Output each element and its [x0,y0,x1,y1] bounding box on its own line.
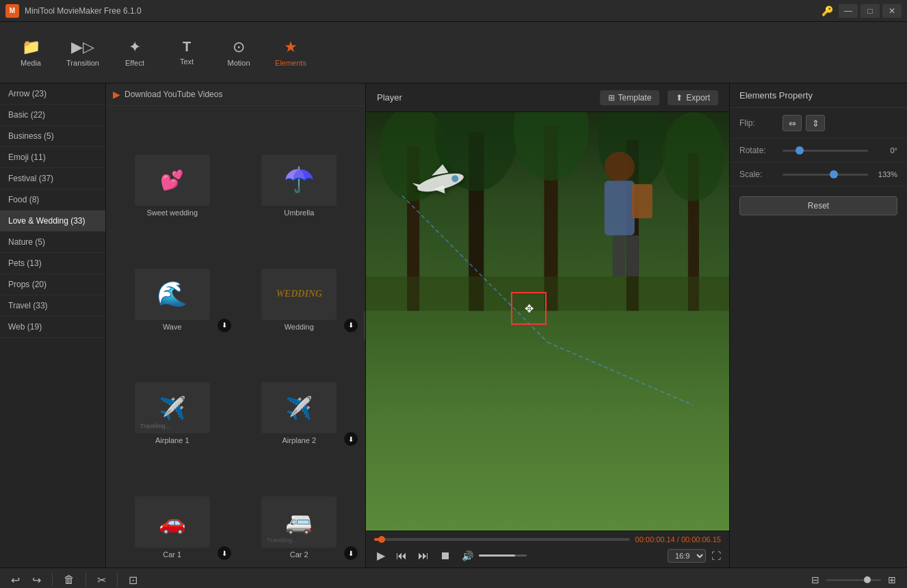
wave-download-btn[interactable]: ⬇ [218,319,231,332]
video-preview [366,112,729,531]
car2-download-btn[interactable]: ⬇ [344,546,358,560]
car1-preview: 🚗 [135,496,210,548]
stop-button[interactable]: ⏹ [437,548,454,563]
export-label: Export [686,93,710,103]
player-timeline-bar: 00:00:00.14 / 00:00:06.15 [374,535,721,544]
zoom-track[interactable] [826,579,881,581]
rotate-row: Rotate: 0° [730,139,907,163]
car2-label: Car 2 [290,550,308,559]
player-section: Player ⊞ Template ⬆ Export [366,83,729,567]
wedding-label: Wedding [285,323,314,331]
toolbar-elements-label: Elements [275,59,306,67]
cat-food[interactable]: Food (8) [0,189,105,211]
cat-love-wedding[interactable]: Love & Wedding (33) [0,211,105,232]
airplane1-label: Airplane 1 [155,436,189,444]
fullscreen-button[interactable]: ⛶ [711,550,721,561]
undo-button[interactable]: ↩ [7,571,24,589]
time-display: 00:00:00.14 / 00:00:06.15 [635,535,721,544]
toolbar-transition[interactable]: ▶▷ Transition [59,29,107,77]
car1-label: Car 1 [163,550,181,559]
toolbar-effect[interactable]: ✦ Effect [111,29,159,77]
transition-icon: ▶▷ [71,38,94,56]
cat-web[interactable]: Web (19) [0,317,105,338]
categories-panel: Arrow (23) Basic (22) Business (5) Emoji… [0,83,106,567]
maximize-button[interactable]: □ [860,4,880,18]
volume-fill [479,554,515,557]
element-airplane1[interactable]: ✈️ Traveling... Airplane 1 [109,337,236,451]
cut-button[interactable]: ✂ [93,571,110,589]
toolbar-motion[interactable]: ⊙ Motion [215,29,263,77]
flip-horizontal-btn[interactable]: ⇔ [783,115,802,131]
rotate-slider[interactable] [783,150,868,152]
aspect-ratio-select[interactable]: 16:9 9:16 1:1 4:3 [668,549,706,563]
element-airplane2[interactable]: ✈️ Airplane 2 ⬇ [236,337,363,451]
scale-slider[interactable] [783,174,868,176]
player-header-btns: ⊞ Template ⬆ Export [600,90,718,105]
element-umbrella[interactable]: ☂️ Umbrella [236,109,363,223]
zoom-out-button[interactable]: ⊟ [807,572,824,588]
airplane-element-overlay[interactable] [410,162,471,207]
prev-button[interactable]: ⏮ [393,548,410,563]
app-title: MiniTool MovieMaker Free 6.1.0 [25,6,821,16]
volume-track[interactable] [479,554,527,557]
cat-basic[interactable]: Basic (22) [0,105,105,126]
cat-festival[interactable]: Festival (37) [0,168,105,189]
airplane2-preview: ✈️ [261,382,337,433]
umbrella-icon: ☂️ [284,165,315,194]
element-car2[interactable]: 🚐 Traveling... Car 2 ⬇ [236,451,363,565]
zoom-controls: ⊟ ⊞ [807,572,900,588]
delete-button[interactable]: 🗑 [60,571,79,588]
zoom-in-button[interactable]: ⊞ [884,572,900,588]
cat-emoji[interactable]: Emoji (11) [0,147,105,168]
rotate-label: Rotate: [739,146,777,155]
element-wave[interactable]: 🌊 Wave ⬇ [109,223,236,337]
crop-button[interactable]: ⊡ [124,571,142,589]
cat-travel[interactable]: Travel (33) [0,295,105,317]
reset-button[interactable]: Reset [739,196,897,215]
titlebar: M MiniTool MovieMaker Free 6.1.0 🔑 — □ ✕ [0,0,907,22]
close-button[interactable]: ✕ [882,4,902,18]
player-header: Player ⊞ Template ⬆ Export [366,83,729,112]
wave-icon: 🌊 [157,280,187,308]
airplane2-download-btn[interactable]: ⬇ [344,432,358,446]
cat-business[interactable]: Business (5) [0,126,105,147]
cat-nature[interactable]: Nature (5) [0,232,105,253]
cat-props[interactable]: Props (20) [0,274,105,295]
element-wedding[interactable]: WEDDING Wedding ⬇ [236,223,363,337]
toolbar-text[interactable]: T Text [163,29,211,77]
toolbar-motion-label: Motion [227,59,250,67]
wedding-download-btn[interactable]: ⬇ [344,319,358,332]
zoom-thumb [864,576,871,583]
cat-pets[interactable]: Pets (13) [0,253,105,274]
car1-icon: 🚗 [159,509,186,535]
wedding-preview: WEDDING [261,269,337,320]
sweet-wedding-icon: 💕 [160,169,184,191]
window-controls: — □ ✕ [839,4,902,18]
elements-panel: ▶ Download YouTube Videos 💕 Sweet weddin… [106,83,366,567]
template-button[interactable]: ⊞ Template [600,90,660,105]
sweet-wedding-label: Sweet wedding [146,209,198,217]
volume-slider: 🔊 [459,549,527,563]
export-button[interactable]: ⬆ Export [668,90,718,105]
progress-thumb [378,536,385,543]
element-selection-box[interactable] [511,292,547,325]
toolbar-media[interactable]: 📁 Media [7,29,55,77]
volume-icon[interactable]: 🔊 [459,549,476,563]
elements-top-bar: ▶ Download YouTube Videos [106,83,365,106]
next-button[interactable]: ⏭ [415,548,432,563]
minimize-button[interactable]: — [839,4,858,18]
element-car1[interactable]: 🚗 Car 1 ⬇ [109,451,236,565]
flip-controls: ⇔ ⇕ [783,115,897,131]
main-area: Arrow (23) Basic (22) Business (5) Emoji… [0,83,907,567]
total-time: 00:00:06.15 [681,535,721,544]
toolbar-elements[interactable]: ★ Elements [267,29,315,77]
element-sweet-wedding[interactable]: 💕 Sweet wedding [109,109,236,223]
car1-download-btn[interactable]: ⬇ [218,546,231,560]
redo-button[interactable]: ↪ [28,571,45,589]
cat-arrow[interactable]: Arrow (23) [0,83,105,105]
progress-track[interactable] [374,538,630,541]
bottom-toolbar: ↩ ↪ 🗑 ✂ ⊡ ⊟ ⊞ [0,567,907,588]
play-button[interactable]: ▶ [374,548,388,563]
flip-vertical-btn[interactable]: ⇕ [806,115,825,131]
airplane1-icon: ✈️ [159,395,186,421]
